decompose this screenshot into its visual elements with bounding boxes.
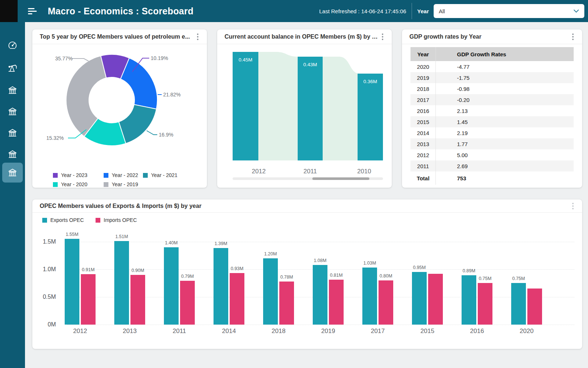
sidebar-item-macro-economics-active[interactable] bbox=[2, 163, 23, 183]
legend-item[interactable]: Year - 2021 bbox=[143, 172, 178, 178]
card-title: Top 5 year by OPEC Members values of pet… bbox=[40, 33, 194, 40]
export-bar-2013[interactable]: 1.51M bbox=[114, 241, 129, 325]
table-row[interactable]: 20125.00 bbox=[410, 149, 574, 160]
table-row[interactable]: 2017-0.20 bbox=[410, 94, 574, 105]
table-cell: -4.77 bbox=[436, 61, 574, 72]
legend-item[interactable]: Year - 2019 bbox=[104, 181, 143, 187]
table-cell: 2019 bbox=[410, 72, 436, 83]
table-row[interactable]: 20162.13 bbox=[410, 105, 574, 116]
balance-bar-chart: 0.45M0.43M0.36M bbox=[233, 52, 383, 160]
table-cell: -1.75 bbox=[436, 72, 574, 83]
year-dropdown[interactable]: All bbox=[434, 4, 584, 18]
table-cell: 2011 bbox=[410, 160, 436, 171]
table-cell: -0.98 bbox=[436, 83, 574, 94]
hamburger-menu-icon[interactable] bbox=[28, 7, 37, 16]
card-gdp-growth-table: GDP growth rates by Year Year GDP Growth… bbox=[402, 29, 582, 188]
card-title: Current account balance in OPEC Members … bbox=[225, 33, 379, 40]
table-cell: 2012 bbox=[410, 149, 436, 160]
import-bar-2014[interactable]: 0.93M bbox=[230, 273, 244, 325]
export-bar-2020[interactable]: 0.75M bbox=[511, 283, 526, 325]
scrollbar-thumb[interactable] bbox=[312, 177, 369, 180]
import-bar-2019[interactable]: 0.81M bbox=[329, 280, 344, 325]
x-axis-label: 2016 bbox=[470, 328, 484, 335]
export-bar-2012[interactable]: 1.55M bbox=[65, 239, 79, 325]
donut-chart bbox=[32, 44, 207, 187]
donut-slice-year-2022[interactable] bbox=[121, 58, 157, 109]
export-bar-2016[interactable]: 0.89M bbox=[462, 275, 476, 325]
bar-value-label: 0.89M bbox=[463, 268, 476, 273]
balance-bar-2012[interactable] bbox=[233, 52, 258, 160]
kebab-menu-icon[interactable] bbox=[379, 33, 386, 41]
legend-label: Year - 2019 bbox=[112, 181, 138, 187]
donut-slice-year-2021[interactable] bbox=[119, 105, 157, 144]
sidebar-item-economy-2[interactable] bbox=[2, 102, 23, 121]
import-bar-2013[interactable]: 0.90M bbox=[130, 275, 145, 325]
import-bar-2011[interactable]: 0.79M bbox=[180, 281, 195, 325]
kebab-menu-icon[interactable] bbox=[570, 202, 576, 210]
bar-group-2016: 0.89M0.75M bbox=[462, 275, 492, 325]
export-bar-2014[interactable]: 1.39M bbox=[214, 248, 228, 325]
import-bar-2015[interactable] bbox=[428, 274, 443, 325]
x-axis-label: 2018 bbox=[272, 328, 286, 335]
table-cell: 2014 bbox=[410, 127, 436, 138]
table-row[interactable]: 20112.69 bbox=[410, 160, 574, 171]
legend-item[interactable]: Year - 2023 bbox=[53, 172, 104, 178]
import-bar-2012[interactable]: 0.91M bbox=[81, 274, 96, 325]
table-row[interactable]: 2019-1.75 bbox=[410, 72, 574, 83]
import-bar-2016[interactable]: 0.75M bbox=[478, 283, 492, 325]
export-bar-2019[interactable]: 1.08M bbox=[313, 265, 327, 325]
sidebar-item-economy-4[interactable] bbox=[2, 144, 23, 164]
column-header-year: Year bbox=[410, 47, 436, 61]
sidebar-item-economy-3[interactable] bbox=[2, 123, 23, 143]
bar-value-label: 1.40M bbox=[165, 240, 178, 245]
x-axis-label: 2010 bbox=[357, 168, 371, 175]
table-row[interactable]: 20142.19 bbox=[410, 127, 574, 138]
gdp-table: Year GDP Growth Rates 2020-4.772019-1.75… bbox=[410, 47, 574, 185]
bar-group-2013: 1.51M0.90M bbox=[114, 241, 145, 325]
x-axis-label: 2011 bbox=[304, 168, 317, 175]
export-bar-2011[interactable]: 1.40M bbox=[164, 247, 179, 325]
table-cell: 2017 bbox=[410, 94, 436, 105]
y-axis-label: 1.0M bbox=[32, 266, 56, 273]
legend-swatch bbox=[104, 173, 108, 178]
x-axis-label: 2011 bbox=[173, 328, 186, 335]
export-bar-2015[interactable]: 0.95M bbox=[412, 272, 427, 325]
import-bar-2017[interactable]: 0.80M bbox=[379, 280, 393, 325]
table-row[interactable]: 2018-0.98 bbox=[410, 83, 574, 94]
bar-value-label: 0.43M bbox=[303, 62, 317, 67]
y-axis-label: 1.5M bbox=[32, 238, 56, 245]
bar-value-label: 0.45M bbox=[239, 57, 252, 63]
kebab-menu-icon[interactable] bbox=[194, 33, 201, 41]
export-bar-2018[interactable]: 1.20M bbox=[263, 258, 278, 325]
table-cell: 2020 bbox=[410, 61, 436, 72]
legend-item[interactable]: Year - 2022 bbox=[104, 172, 143, 178]
bar-group-2018: 1.20M0.78M bbox=[263, 258, 294, 325]
sidebar-item-economy-1[interactable] bbox=[2, 80, 23, 100]
import-bar-2020[interactable] bbox=[527, 289, 542, 325]
table-row[interactable]: 2020-4.77 bbox=[410, 61, 574, 72]
x-axis-label: 2014 bbox=[222, 328, 236, 335]
app-window: Macro - Economics : Scoreboard Last Refr… bbox=[0, 0, 588, 368]
legend-label: Year - 2020 bbox=[61, 181, 87, 187]
sidebar-item-oil-production[interactable] bbox=[2, 58, 23, 78]
bar-value-label: 0.93M bbox=[231, 266, 244, 271]
export-bar-2017[interactable]: 1.03M bbox=[362, 268, 377, 325]
table-cell: 2018 bbox=[410, 83, 436, 94]
sidebar-item-dashboard[interactable] bbox=[2, 35, 23, 55]
balance-bar-2010[interactable] bbox=[358, 74, 383, 160]
header-divider bbox=[412, 3, 412, 19]
table-header-row: Year GDP Growth Rates bbox=[410, 47, 574, 61]
card-exports-imports: OPEC Members values of Exports & Imports… bbox=[32, 199, 582, 349]
table-row[interactable]: 20131.77 bbox=[410, 138, 574, 149]
main-content: Top 5 year by OPEC Members values of pet… bbox=[25, 22, 588, 368]
gridline bbox=[67, 325, 574, 325]
bar-group-2019: 1.08M0.81M bbox=[313, 265, 344, 325]
table-row[interactable]: 20151.45 bbox=[410, 116, 574, 127]
year-dropdown-value: All bbox=[439, 8, 573, 14]
balance-bar-2011[interactable] bbox=[298, 57, 323, 160]
kebab-menu-icon[interactable] bbox=[570, 33, 576, 41]
legend-item[interactable]: Year - 2020 bbox=[53, 181, 104, 187]
bar-value-label: 1.51M bbox=[115, 234, 128, 239]
bar-group-2012: 1.55M0.91M bbox=[65, 239, 96, 325]
import-bar-2018[interactable]: 0.78M bbox=[279, 282, 294, 325]
